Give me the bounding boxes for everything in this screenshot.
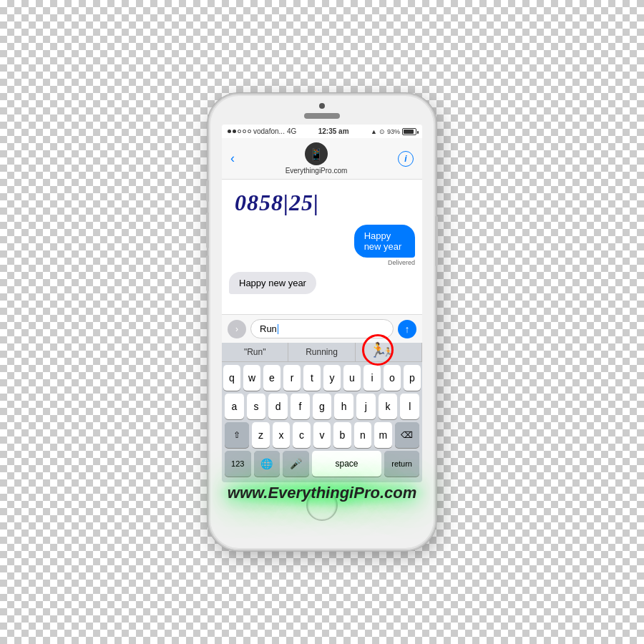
delivered-label: Delivered (388, 259, 415, 266)
key-r[interactable]: r (283, 365, 301, 391)
key-z[interactable]: z (252, 422, 269, 448)
key-q[interactable]: q (223, 365, 240, 391)
messages-area: 0858|25| Happy new year Delivered Happy … (222, 180, 422, 314)
key-j[interactable]: j (356, 394, 376, 419)
signal-dots (228, 130, 251, 133)
key-s[interactable]: s (247, 394, 266, 419)
status-left: vodafon... 4G (228, 127, 296, 135)
key-e[interactable]: e (263, 365, 280, 391)
key-f[interactable]: f (291, 394, 310, 419)
watermark: www.EverythingiPro.com (213, 478, 431, 508)
predictive-item-2[interactable]: Running (288, 343, 355, 361)
key-b[interactable]: b (333, 422, 351, 448)
numbers-key[interactable]: 123 (225, 451, 251, 477)
key-v[interactable]: v (313, 422, 331, 448)
handwritten-number: 0858|25| (229, 187, 415, 219)
keyboard-row-3: ⇧ z x c v b n m ⌫ (225, 422, 419, 448)
status-bar: vodafon... 4G 12:35 am ▲ ⊙ 93% (222, 125, 422, 138)
key-a[interactable]: a (225, 394, 244, 419)
key-g[interactable]: g (313, 394, 332, 419)
mic-key[interactable]: 🎤 (283, 451, 309, 477)
predictive-item-1[interactable]: "Run" (222, 343, 288, 361)
key-l[interactable]: l (400, 394, 419, 419)
signal-dot-4 (243, 130, 246, 133)
emoji-key[interactable]: 🌐 (254, 451, 280, 477)
emoji-highlight-circle: 🏃 (362, 334, 394, 366)
sent-message-bubble: Happy new year (354, 225, 415, 258)
received-message-bubble: Happy new year (229, 272, 316, 294)
text-cursor (278, 324, 278, 334)
alarm-icon: ⊙ (379, 128, 385, 135)
key-i[interactable]: i (364, 365, 381, 391)
keyboard-row-1: q w e r t y u i o p (225, 365, 419, 391)
battery-icon (402, 128, 416, 135)
carrier-label: vodafon... (253, 127, 285, 135)
keyboard-row-2: a s d f g h j k l (225, 394, 419, 419)
key-p[interactable]: p (404, 365, 421, 391)
key-u[interactable]: u (343, 365, 361, 391)
contact-avatar: 📱 (305, 142, 328, 165)
time-label: 12:35 am (318, 127, 349, 135)
shift-key[interactable]: ⇧ (225, 422, 249, 448)
volume-mute-button (206, 180, 209, 202)
phone-top (209, 94, 435, 119)
front-camera (319, 103, 325, 109)
input-area: › Run ↑ (222, 314, 422, 343)
key-c[interactable]: c (293, 422, 310, 448)
signal-dot-3 (238, 130, 241, 133)
battery-percent: 93% (387, 128, 400, 135)
power-button (435, 216, 438, 266)
key-w[interactable]: w (243, 365, 260, 391)
info-button[interactable]: i (398, 151, 414, 167)
battery-fill (404, 130, 414, 134)
status-right: ▲ ⊙ 93% (371, 128, 416, 135)
space-key[interactable]: space (312, 451, 382, 477)
key-t[interactable]: t (303, 365, 321, 391)
contact-info: 📱 EverythingiPro.com (286, 142, 348, 175)
signal-dot-2 (233, 130, 236, 133)
back-button[interactable]: ‹ (230, 151, 235, 166)
location-icon: ▲ (371, 128, 377, 135)
send-icon: ↑ (405, 323, 410, 335)
signal-dot-5 (248, 130, 251, 133)
volume-down-button (206, 255, 209, 291)
key-o[interactable]: o (384, 365, 401, 391)
input-row: › Run ↑ (228, 319, 416, 338)
send-button[interactable]: ↑ (398, 320, 416, 338)
key-y[interactable]: y (323, 365, 341, 391)
delete-key[interactable]: ⌫ (395, 422, 419, 448)
predictive-row: "Run" Running 🏃 🏃 (222, 343, 422, 362)
return-key[interactable]: return (384, 451, 419, 477)
key-m[interactable]: m (374, 422, 391, 448)
contact-name: EverythingiPro.com (286, 167, 348, 175)
input-text: Run (260, 323, 277, 334)
volume-up-button (206, 213, 209, 248)
key-x[interactable]: x (273, 422, 290, 448)
keyboard: q w e r t y u i o p a s d f g h j k (222, 362, 422, 482)
key-n[interactable]: n (354, 422, 371, 448)
key-k[interactable]: k (379, 394, 398, 419)
earpiece-speaker (304, 113, 340, 119)
keyboard-row-4: 123 🌐 🎤 space return (225, 451, 419, 477)
signal-dot-1 (228, 130, 231, 133)
key-h[interactable]: h (334, 394, 353, 419)
key-d[interactable]: d (268, 394, 288, 419)
network-label: 4G (287, 127, 296, 135)
screen: vodafon... 4G 12:35 am ▲ ⊙ 93% ‹ 📱 Every… (222, 125, 422, 482)
expand-button[interactable]: › (228, 320, 246, 338)
expand-icon: › (235, 324, 238, 334)
nav-bar: ‹ 📱 EverythingiPro.com i (222, 138, 422, 180)
